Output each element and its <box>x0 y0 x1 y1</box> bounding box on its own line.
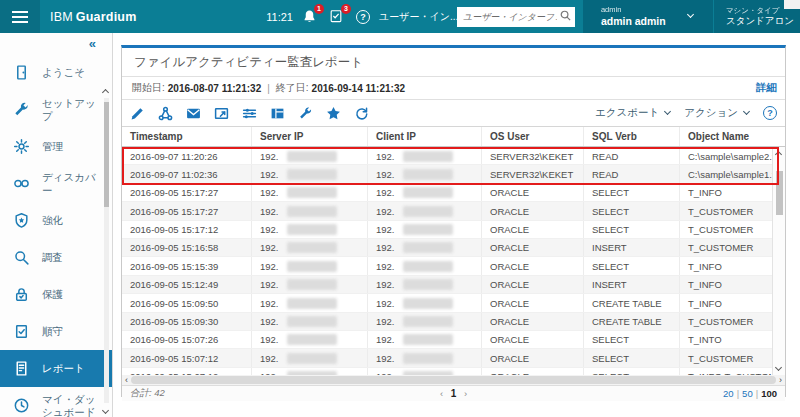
column-header-server-ip[interactable]: Server IP <box>252 127 368 146</box>
search-input[interactable] <box>457 7 575 27</box>
column-header-client-ip[interactable]: Client IP <box>368 127 482 146</box>
help-button[interactable]: ? <box>356 10 370 24</box>
chevron-down-icon <box>687 11 694 18</box>
sidebar-item-manage[interactable]: 管理 <box>0 128 112 165</box>
redacted-ip <box>287 353 337 364</box>
page-size-20[interactable]: 20 <box>723 388 734 399</box>
scroll-up-icon[interactable] <box>775 151 782 158</box>
pagination: ‹ 1 › <box>440 388 467 399</box>
scroll-down-icon[interactable] <box>102 407 109 414</box>
ip-prefix: 192. <box>260 206 279 217</box>
cell-ip: 192. <box>252 221 368 238</box>
ip-prefix: 192. <box>260 169 279 180</box>
sidebar-item-protect[interactable]: 保護 <box>0 276 112 313</box>
details-link[interactable]: 詳細 <box>756 81 777 95</box>
column-header-os-user[interactable]: OS User <box>482 127 584 146</box>
favorite-icon[interactable] <box>326 106 341 121</box>
sidebar-collapse-button[interactable]: « <box>0 33 112 54</box>
table-row[interactable]: 2016-09-07 11:02:36192.192.SERVER32\KEKE… <box>122 165 785 183</box>
sidebar-item-reports[interactable]: レポート <box>0 350 112 387</box>
report-table: TimestampServer IPClient IPOS UserSQL Ve… <box>122 127 785 375</box>
screen: IBMGuardium 11:21 1 3 ? ユーザー・イン... <box>0 0 800 417</box>
menu-button[interactable] <box>0 0 40 33</box>
email-icon[interactable] <box>186 106 201 121</box>
table-row[interactable]: 2016-09-05 15:07:12192.192.ORACLESELECTT… <box>122 349 785 367</box>
scroll-right-icon[interactable]: › <box>776 375 785 385</box>
filter-icon[interactable] <box>242 106 257 121</box>
cell-ip: 192. <box>252 331 368 348</box>
cell-object-name: T_INFO <box>680 257 785 274</box>
cell-ip: 192. <box>368 331 482 348</box>
table-row[interactable]: 2016-09-05 15:16:58192.192.ORACLEINSERTT… <box>122 239 785 257</box>
page-size-50[interactable]: 50 <box>742 388 753 399</box>
sidebar-item-setup[interactable]: セットアップ <box>0 91 112 128</box>
table-row[interactable]: 2016-09-05 15:15:39192.192.ORACLESELECTT… <box>122 257 785 275</box>
cell-object-name: T_INFO <box>680 184 785 201</box>
refresh-icon[interactable] <box>354 106 369 121</box>
size-separator: | <box>737 388 739 399</box>
topology-icon[interactable] <box>158 106 173 121</box>
report-help-button[interactable]: ? <box>763 106 777 120</box>
scrollbar-thumb[interactable] <box>776 171 783 215</box>
scrollbar-thumb[interactable] <box>104 102 109 207</box>
layout-icon[interactable] <box>270 106 285 121</box>
cell-object-name: T_CUSTOMER <box>680 221 785 238</box>
table-row[interactable]: 2016-09-05 15:07:12192.192.ORACLESELECTT… <box>122 368 785 375</box>
table-row[interactable]: 2016-09-05 15:12:49192.192.ORACLEINSERTT… <box>122 276 785 294</box>
cell-os-user: ORACLE <box>482 276 584 293</box>
ip-prefix: 192. <box>376 353 395 364</box>
sidebar-item-comply[interactable]: 順守 <box>0 313 112 350</box>
user-role-label: admin <box>601 6 666 15</box>
ip-prefix: 192. <box>376 169 395 180</box>
cell-timestamp: 2016-09-05 15:07:12 <box>122 368 252 375</box>
prev-page-button[interactable]: ‹ <box>440 388 443 399</box>
redacted-ip <box>287 206 337 217</box>
export-menu[interactable]: エクスポート <box>595 106 670 120</box>
sidebar-item-welcome[interactable]: ようこそ <box>0 54 112 91</box>
cell-object-name: C:\sample\sample1.txt <box>680 165 785 182</box>
scroll-down-icon[interactable] <box>775 364 782 371</box>
ui-section-dropdown[interactable]: ユーザー・イン... <box>379 10 449 24</box>
scroll-left-icon[interactable]: ‹ <box>122 375 131 385</box>
table-row[interactable]: 2016-09-05 15:17:27192.192.ORACLESELECTT… <box>122 202 785 220</box>
column-header-object-name[interactable]: Object Name <box>680 127 785 146</box>
scrollbar-thumb[interactable] <box>131 376 776 384</box>
sidebar-scrollbar[interactable] <box>102 88 110 413</box>
table-row[interactable]: 2016-09-07 11:20:26192.192.SERVER32\KEKE… <box>122 147 785 165</box>
column-header-timestamp[interactable]: Timestamp <box>122 127 252 146</box>
sidebar-item-discover[interactable]: ディスカバー <box>0 165 112 202</box>
table-row[interactable]: 2016-09-05 15:09:30192.192.ORACLECREATE … <box>122 313 785 331</box>
clipboard-check-icon <box>13 323 31 341</box>
notifications-button[interactable]: 1 <box>302 9 318 25</box>
page-size-100[interactable]: 100 <box>761 388 777 399</box>
redacted-ip <box>287 261 337 272</box>
app-brand: IBMGuardium <box>50 10 136 24</box>
tools-icon[interactable] <box>298 106 313 121</box>
actions-menu[interactable]: アクション <box>684 106 749 120</box>
tasks-button[interactable]: 3 <box>329 9 345 25</box>
cell-sql-verb: SELECT <box>584 349 680 366</box>
redacted-ip <box>403 298 453 309</box>
vertical-scrollbar[interactable] <box>772 147 785 375</box>
current-page: 1 <box>451 388 457 399</box>
cell-os-user: ORACLE <box>482 294 584 311</box>
sidebar-item-investigate[interactable]: 調査 <box>0 239 112 276</box>
sidebar-item-harden[interactable]: 強化 <box>0 202 112 239</box>
user-menu[interactable]: admin admin admin <box>583 0 713 33</box>
table-row[interactable]: 2016-09-05 15:09:50192.192.ORACLECREATE … <box>122 294 785 312</box>
sidebar-item-my-dashboards[interactable]: マイ・ダッシュボード <box>0 387 112 417</box>
cell-sql-verb: READ <box>584 165 680 182</box>
scroll-up-icon[interactable] <box>102 89 109 96</box>
edit-icon[interactable] <box>130 106 145 121</box>
table-row[interactable]: 2016-09-05 15:17:12192.192.ORACLESELECTT… <box>122 221 785 239</box>
table-row[interactable]: 2016-09-05 15:07:26192.192.ORACLESELECTT… <box>122 331 785 349</box>
next-page-button[interactable]: › <box>464 388 467 399</box>
cell-ip: 192. <box>252 165 368 182</box>
ip-prefix: 192. <box>260 224 279 235</box>
table-row[interactable]: 2016-09-05 15:17:27192.192.ORACLESELECTT… <box>122 184 785 202</box>
cell-timestamp: 2016-09-05 15:07:12 <box>122 349 252 366</box>
binoculars-icon <box>13 175 31 193</box>
open-window-icon[interactable] <box>214 106 229 121</box>
horizontal-scrollbar[interactable]: ‹ › <box>122 375 785 385</box>
column-header-sql-verb[interactable]: SQL Verb <box>584 127 680 146</box>
